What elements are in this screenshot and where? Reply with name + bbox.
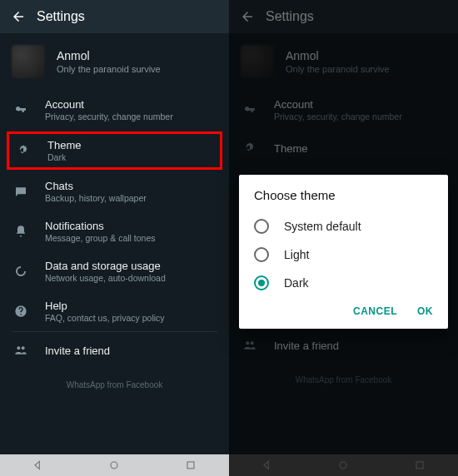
row-title: Notifications xyxy=(45,220,156,232)
svg-rect-1 xyxy=(187,462,194,469)
settings-row-theme[interactable]: Theme xyxy=(229,130,458,166)
data-usage-icon xyxy=(12,265,30,278)
cancel-button[interactable]: CANCEL xyxy=(353,305,397,317)
row-title: Theme xyxy=(274,142,307,155)
settings-screen-right: Settings Anmol Only the paranoid survive… xyxy=(229,0,458,476)
back-button[interactable] xyxy=(7,5,30,28)
settings-screen-left: Settings Anmol Only the paranoid survive… xyxy=(0,0,229,476)
brightness-icon xyxy=(14,144,32,157)
nav-recents[interactable] xyxy=(182,457,199,474)
row-sub: Network usage, auto-download xyxy=(45,273,166,283)
nav-home[interactable] xyxy=(106,457,122,474)
choose-theme-dialog: Choose theme System default Light Dark C… xyxy=(239,175,448,329)
bell-icon xyxy=(12,225,30,238)
settings-row-theme[interactable]: ThemeDark xyxy=(14,139,215,162)
svg-point-0 xyxy=(111,462,117,469)
nav-recents[interactable] xyxy=(411,457,428,474)
radio-icon xyxy=(254,247,269,262)
dialog-actions: CANCEL OK xyxy=(254,305,433,322)
footer-text: WhatsApp from Facebook xyxy=(0,369,229,401)
android-navbar xyxy=(229,454,458,476)
row-sub: FAQ, contact us, privacy policy xyxy=(45,313,165,323)
option-label: System default xyxy=(284,220,361,233)
nav-back[interactable] xyxy=(259,457,276,474)
row-title: Data and storage usage xyxy=(45,260,166,272)
brightness-icon xyxy=(241,141,259,155)
nav-home[interactable] xyxy=(335,457,351,474)
theme-option-dark[interactable]: Dark xyxy=(254,269,433,297)
settings-row-data[interactable]: Data and storage usageNetwork usage, aut… xyxy=(0,251,229,291)
ok-button[interactable]: OK xyxy=(417,305,433,317)
avatar xyxy=(12,45,45,78)
help-icon xyxy=(12,305,30,318)
row-title: Invite a friend xyxy=(45,345,110,357)
appbar: Settings xyxy=(0,0,229,33)
arrow-back-icon xyxy=(11,9,26,24)
profile-row[interactable]: Anmol Only the paranoid survive xyxy=(229,37,458,90)
radio-icon xyxy=(254,219,269,234)
row-title: Theme xyxy=(47,139,81,151)
row-title: Help xyxy=(45,300,165,312)
theme-option-light[interactable]: Light xyxy=(254,240,433,269)
theme-row-highlight: ThemeDark xyxy=(7,131,222,170)
settings-row-invite[interactable]: Invite a friend xyxy=(229,327,458,364)
key-icon xyxy=(12,103,30,117)
option-label: Light xyxy=(284,248,309,261)
radio-icon-selected xyxy=(254,275,269,290)
row-title: Chats xyxy=(45,180,147,192)
appbar-title: Settings xyxy=(37,9,85,24)
svg-rect-3 xyxy=(416,462,423,469)
footer-text: WhatsApp from Facebook xyxy=(229,364,458,396)
profile-row[interactable]: Anmol Only the paranoid survive xyxy=(0,37,229,90)
theme-option-system-default[interactable]: System default xyxy=(254,212,433,240)
settings-row-invite[interactable]: Invite a friend xyxy=(0,332,229,369)
row-title: Account xyxy=(274,98,402,111)
profile-status: Only the paranoid survive xyxy=(57,64,161,74)
dialog-title: Choose theme xyxy=(254,188,433,202)
row-sub: Privacy, security, change number xyxy=(274,112,402,121)
settings-row-account[interactable]: AccountPrivacy, security, change number xyxy=(229,90,458,130)
back-button[interactable] xyxy=(236,5,259,28)
profile-status: Only the paranoid survive xyxy=(286,64,390,74)
people-icon xyxy=(12,344,30,357)
row-sub: Backup, history, wallpaper xyxy=(45,193,147,203)
appbar: Settings xyxy=(229,0,458,33)
row-sub: Message, group & call tones xyxy=(45,233,156,243)
row-title: Account xyxy=(45,98,173,111)
settings-row-notifications[interactable]: NotificationsMessage, group & call tones xyxy=(0,211,229,251)
people-icon xyxy=(241,339,259,352)
svg-point-2 xyxy=(340,462,346,469)
chat-icon xyxy=(12,185,30,198)
settings-list: Anmol Only the paranoid survive AccountP… xyxy=(0,33,229,454)
settings-row-help[interactable]: HelpFAQ, contact us, privacy policy xyxy=(0,291,229,331)
profile-name: Anmol xyxy=(286,49,390,62)
appbar-title: Settings xyxy=(266,9,314,24)
profile-name: Anmol xyxy=(57,49,161,62)
settings-row-account[interactable]: AccountPrivacy, security, change number xyxy=(0,90,229,130)
android-navbar xyxy=(0,454,229,476)
row-sub: Dark xyxy=(47,152,81,162)
arrow-back-icon xyxy=(240,9,255,24)
option-label: Dark xyxy=(284,276,309,290)
avatar xyxy=(241,45,274,78)
row-title: Invite a friend xyxy=(274,340,339,352)
row-sub: Privacy, security, change number xyxy=(45,112,173,121)
nav-back[interactable] xyxy=(30,457,47,474)
key-icon xyxy=(241,103,259,117)
settings-row-chats[interactable]: ChatsBackup, history, wallpaper xyxy=(0,171,229,211)
